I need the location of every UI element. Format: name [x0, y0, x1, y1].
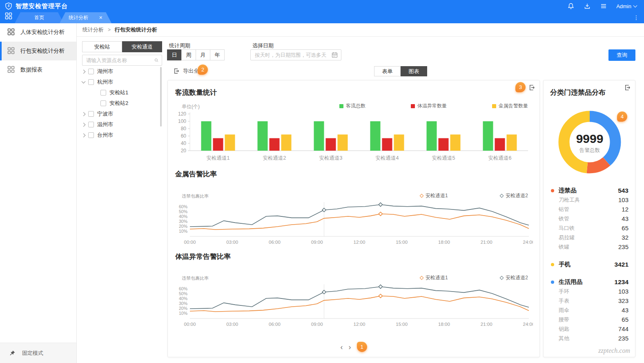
category-item-雨伞[interactable]: 雨伞43 — [551, 305, 628, 315]
legend-diamond — [420, 194, 424, 198]
legend-label: 安检通道1 — [426, 274, 448, 281]
breadcrumb-parent[interactable]: 统计分析 — [82, 26, 104, 33]
app-title: 智慧安检管理平台 — [16, 2, 68, 10]
category-item-铁罐[interactable]: 铁罐235 — [551, 242, 628, 252]
user-menu[interactable]: Admin — [616, 3, 637, 9]
tree-node-湖州市[interactable]: 湖州市 — [82, 66, 160, 77]
period-周[interactable]: 周 — [181, 49, 196, 60]
category-item-手表[interactable]: 手表323 — [551, 296, 628, 305]
caret-right-icon[interactable] — [82, 69, 86, 73]
item-name: 铁罐 — [551, 243, 569, 251]
svg-text:30%: 30% — [179, 219, 187, 224]
tree-node-安检站1[interactable]: 安检站1 — [82, 87, 160, 98]
tree-node-label: 安检站1 — [109, 89, 128, 96]
pagination: ‹ › 1 — [168, 342, 539, 352]
svg-text:80: 80 — [181, 126, 187, 131]
tab-统计分析[interactable]: 统计分析✕ — [60, 12, 111, 23]
category-item-钥匙[interactable]: 钥匙744 — [551, 324, 628, 334]
svg-text:100: 100 — [178, 118, 186, 124]
checkbox[interactable] — [88, 122, 94, 127]
category-item-易拉罐[interactable]: 易拉罐32 — [551, 233, 628, 242]
svg-text:40%: 40% — [179, 296, 187, 301]
view-表单[interactable]: 表单 — [374, 66, 401, 76]
menu-hamburger-icon[interactable] — [600, 2, 607, 10]
legend-金属告警数量[interactable]: 金属告警数量 — [492, 102, 528, 109]
period-日[interactable]: 日 — [167, 49, 182, 60]
tree-node-label: 湖州市 — [97, 68, 113, 75]
category-donut-chart: 9999告警总数 — [553, 106, 626, 178]
app-logo-shield-icon — [5, 2, 12, 10]
query-button[interactable]: 查询 — [608, 49, 635, 61]
download-icon[interactable] — [584, 2, 591, 10]
tree-scrollbar[interactable] — [160, 67, 162, 127]
close-icon[interactable]: ✕ — [99, 15, 103, 20]
fixed-mode-toggle[interactable]: 固定模式 — [0, 343, 76, 363]
tree-node-安检站2[interactable]: 安检站2 — [82, 98, 160, 109]
export-chart-icon[interactable] — [528, 84, 535, 93]
sidebar-item-数据报表[interactable]: 数据报表 — [0, 60, 76, 79]
legend-安检通道1[interactable]: 安检通道1 — [420, 274, 448, 281]
tab-首页[interactable]: 首页 — [15, 12, 64, 23]
scope-安检通道[interactable]: 安检通道 — [122, 41, 162, 52]
tree-node-杭州市[interactable]: 杭州市 — [82, 77, 160, 87]
category-value: 543 — [618, 187, 628, 194]
category-group-违禁品[interactable]: 违禁品543 — [551, 186, 628, 195]
category-item-刀枪工具[interactable]: 刀枪工具103 — [551, 195, 628, 205]
legend-安检通道2[interactable]: 安检通道2 — [500, 274, 528, 281]
kebab-menu-icon[interactable]: ⋮ — [633, 12, 639, 23]
page-next-button[interactable]: › — [349, 343, 351, 351]
checkbox[interactable] — [100, 90, 106, 96]
checkbox[interactable] — [88, 69, 94, 74]
metal-alarm-line-chart: 10%20%30%40%50%60%00:0003:0006:0009:0012… — [174, 200, 533, 245]
category-item-腰带[interactable]: 腰带65 — [551, 315, 628, 324]
caret-down-icon[interactable] — [82, 80, 86, 84]
export-distribution-icon[interactable] — [624, 84, 631, 93]
resource-search-input[interactable] — [82, 58, 154, 63]
period-年[interactable]: 年 — [210, 49, 225, 60]
checkbox[interactable] — [88, 79, 94, 85]
tree-node-温州市[interactable]: 温州市 — [82, 119, 160, 130]
caret-right-icon[interactable] — [82, 122, 86, 127]
tree-node-宁波市[interactable]: 宁波市 — [82, 109, 160, 119]
category-group-生活用品[interactable]: 生活用品1234 — [551, 277, 628, 287]
page-prev-button[interactable]: ‹ — [341, 343, 343, 351]
caret-right-icon[interactable] — [82, 133, 86, 137]
checkbox[interactable] — [88, 132, 94, 138]
category-dot — [551, 263, 554, 266]
grid-icon — [7, 28, 15, 37]
view-图表[interactable]: 图表 — [401, 66, 427, 76]
category-item-手环[interactable]: 手环103 — [551, 287, 628, 296]
tabs-grid-icon[interactable] — [5, 12, 12, 21]
category-item-马口铁[interactable]: 马口铁65 — [551, 223, 628, 233]
sidebar-item-人体安检统计分析[interactable]: 人体安检统计分析 — [0, 23, 76, 42]
category-item-铝管[interactable]: 铝管12 — [551, 205, 628, 214]
tree-node-label: 宁波市 — [97, 110, 113, 118]
svg-text:20%: 20% — [179, 306, 187, 311]
date-range-picker — [250, 49, 341, 60]
metal-alarm-legend: 安检通道1安检通道2 — [420, 192, 528, 199]
sidebar-item-label: 行包安检统计分析 — [20, 47, 65, 55]
tree-node-台州市[interactable]: 台州市 — [82, 130, 160, 140]
category-item-其他[interactable]: 其他235 — [551, 334, 628, 343]
legend-体温异常数量[interactable]: 体温异常数量 — [411, 102, 447, 109]
date-range-input[interactable] — [251, 52, 332, 58]
item-name: 铝管 — [551, 206, 569, 213]
category-group-手机[interactable]: 手机3421 — [551, 260, 628, 269]
legend-客流总数[interactable]: 客流总数 — [339, 102, 365, 109]
category-item-铁管[interactable]: 铁管43 — [551, 214, 628, 223]
search-icon[interactable] — [154, 57, 158, 63]
notification-bell-icon[interactable] — [567, 2, 575, 10]
checkbox[interactable] — [100, 100, 106, 106]
category-dot — [551, 189, 554, 192]
legend-安检通道1[interactable]: 安检通道1 — [420, 192, 448, 199]
sidebar-item-行包安检统计分析[interactable]: 行包安检统计分析 — [0, 42, 76, 60]
scope-安检站[interactable]: 安检站 — [82, 41, 122, 52]
resource-search — [82, 55, 162, 66]
current-page-badge[interactable]: 1 — [357, 342, 367, 352]
period-月[interactable]: 月 — [196, 49, 210, 60]
legend-安检通道2[interactable]: 安检通道2 — [500, 192, 528, 199]
legend-label: 安检通道2 — [506, 192, 528, 199]
checkbox[interactable] — [88, 111, 94, 117]
calendar-icon[interactable] — [332, 52, 338, 58]
caret-right-icon[interactable] — [82, 112, 86, 116]
